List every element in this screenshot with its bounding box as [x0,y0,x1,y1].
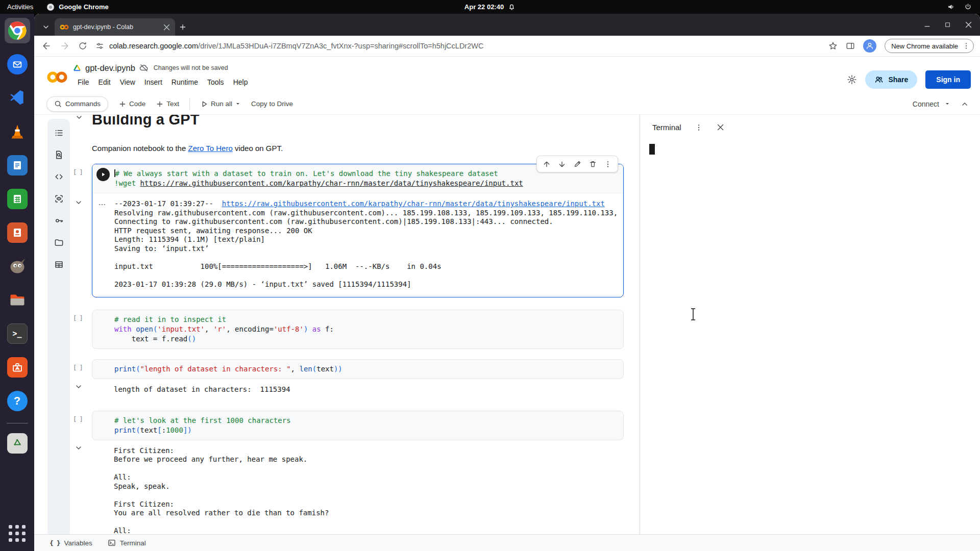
link[interactable]: https://raw.githubusercontent.com/karpat… [140,179,523,187]
notebook-pane[interactable]: Building a GPT Companion notebook to the… [70,115,640,534]
profile-avatar[interactable] [863,39,876,53]
menu-edit[interactable]: Edit [94,77,115,88]
settings-gear-icon[interactable] [847,74,857,85]
volume-icon[interactable] [947,3,955,11]
add-code-button[interactable]: Code [118,100,145,108]
code-token: as [312,325,321,333]
reload-icon[interactable] [78,41,87,51]
focused-app-indicator[interactable]: Google Chrome [46,3,109,11]
menu-insert[interactable]: Insert [140,77,167,88]
secrets-key-icon[interactable] [50,212,67,229]
dock: >_? [0,14,34,551]
power-icon[interactable] [964,3,972,11]
tab-search-icon[interactable] [38,18,54,36]
maximize-icon[interactable] [944,21,951,28]
run-cell-button[interactable] [96,168,110,181]
cell-delete-button[interactable] [585,157,600,171]
dock-item-thunderbird[interactable] [5,52,30,77]
dock-item-vlc[interactable] [5,119,30,144]
copy-to-drive-button[interactable]: Copy to Drive [251,100,293,108]
dock-item-gimp[interactable] [5,254,30,279]
collapse-header-chevron-icon[interactable] [961,100,969,108]
find-replace-icon[interactable] [50,146,67,163]
connect-button[interactable]: Connect [913,100,939,108]
code-editor[interactable]: # let's look at the first 1000 character… [92,411,624,440]
code-token: ( [312,365,316,373]
tab-close-icon[interactable] [162,23,171,32]
caret-down-icon[interactable] [235,101,241,107]
terminal-close-icon[interactable] [716,123,725,132]
clock-button[interactable]: Apr 22 02:40 [434,3,546,11]
menu-tools[interactable]: Tools [203,77,229,88]
dock-item-files[interactable] [5,287,30,313]
back-icon[interactable] [41,41,52,51]
link[interactable]: https://raw.githubusercontent.com/karpat… [222,199,605,208]
scene-eye-icon[interactable] [50,190,67,207]
notebook-heading: Building a GPT [92,115,640,128]
side-panel-icon[interactable] [846,41,855,51]
menu-runtime[interactable]: Runtime [167,77,203,88]
code-token: --2023-01-17 01:39:27-- [114,199,222,208]
dock-item-libreoffice-writer[interactable] [5,153,30,178]
table-of-contents-icon[interactable] [50,124,67,141]
minimize-icon[interactable] [923,21,931,29]
code-token: print [114,365,136,373]
collapse-output-icon[interactable] [75,198,83,207]
sign-in-button[interactable]: Sign in [925,70,971,89]
menu-file[interactable]: File [73,77,94,88]
activities-button[interactable]: Activities [7,3,33,11]
code-cell[interactable]: # We always start with a dataset to trai… [92,164,624,297]
share-button[interactable]: Share [865,70,917,89]
address-bar[interactable]: colab.research.google.com/drive/1JMLa53H… [95,42,820,51]
cell-move-up-button[interactable] [540,157,554,171]
menu-view[interactable]: View [115,77,140,88]
terminal-menu-kebab-icon[interactable] [695,123,703,132]
dock-item-help[interactable]: ? [5,388,30,414]
bookmark-star-icon[interactable] [828,41,838,51]
dock-item-terminal[interactable]: >_ [5,321,30,346]
site-settings-icon[interactable] [95,42,104,51]
menu-help[interactable]: Help [229,77,253,88]
dock-item-libreoffice-impress[interactable] [5,220,30,245]
code-token: Length: 1115394 (1.1M) [text/plain] [114,235,265,243]
code-cell[interactable]: # read it in to inspect itwith open('inp… [92,310,624,349]
dock-item-trash[interactable] [5,431,30,456]
output-options-icon[interactable] [98,201,106,209]
terminal-panel[interactable]: Terminal [640,115,980,534]
browser-tab[interactable]: gpt-dev.ipynb - Colab [55,18,175,36]
chrome-update-chip[interactable]: New Chrome available [885,39,974,53]
variables-button[interactable]: { } Variables [50,539,92,547]
code-cell[interactable]: # let's look at the first 1000 character… [92,411,624,535]
browser-menu-kebab-icon[interactable] [962,42,970,50]
collapse-output-icon[interactable] [75,383,83,391]
code-editor[interactable]: print("length of dataset in characters: … [92,359,624,379]
code-editor[interactable]: # read it in to inspect itwith open('inp… [92,310,624,349]
dock-item-vscode[interactable] [5,85,30,111]
section-collapse-icon[interactable] [75,115,83,121]
zero-to-hero-link[interactable]: Zero To Hero [188,144,232,153]
collapse-output-icon[interactable] [75,444,83,452]
code-snippets-icon[interactable] [50,168,67,185]
dock-item-libreoffice-calc[interactable] [5,186,30,212]
dock-item-app-grid[interactable] [5,520,30,546]
new-tab-icon[interactable] [175,18,190,36]
add-text-button[interactable]: Text [156,100,179,108]
terminal-button[interactable]: Terminal [108,539,146,547]
code-cell[interactable]: print("length of dataset in characters: … [92,359,624,403]
cell-move-down-button[interactable] [555,157,569,171]
cell-more-vert-button[interactable] [601,157,615,171]
tab-title: gpt-dev.ipynb - Colab [73,23,158,31]
cell-edit-button[interactable] [570,157,584,171]
caret-down-icon[interactable] [944,101,950,107]
dock-item-chrome[interactable] [5,18,30,43]
window-close-icon[interactable] [964,20,973,29]
files-icon[interactable] [50,234,67,251]
output-line [114,518,620,527]
commands-button[interactable]: Commands [46,96,108,112]
data-table-icon[interactable] [50,256,67,273]
notebook-filename[interactable]: gpt-dev.ipynb [85,63,135,73]
forward-icon[interactable] [60,41,70,51]
colab-logo[interactable] [46,61,68,93]
dock-item-software[interactable] [5,355,30,380]
run-all-button[interactable]: Run all [200,100,241,108]
